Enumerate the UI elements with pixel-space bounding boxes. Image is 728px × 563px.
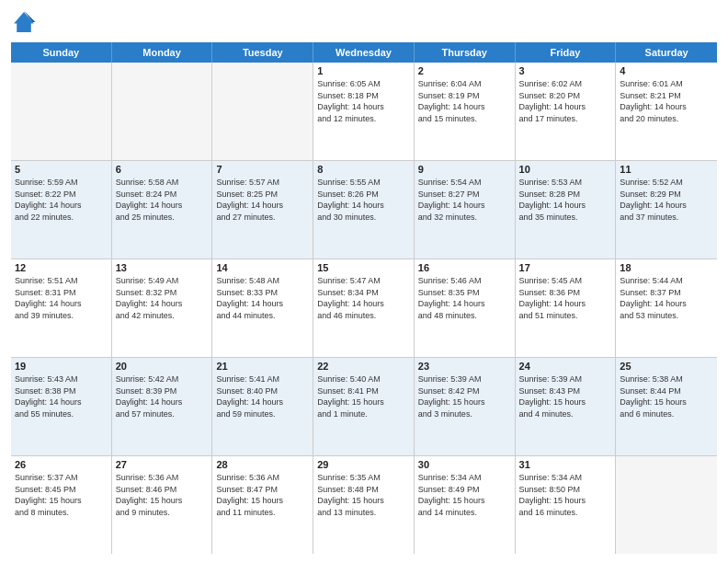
day-number: 20 bbox=[116, 361, 209, 372]
day-detail: Sunrise: 5:58 AMSunset: 8:24 PMDaylight:… bbox=[116, 177, 209, 223]
day-detail: Sunrise: 5:36 AMSunset: 8:46 PMDaylight:… bbox=[116, 472, 209, 518]
day-cell-8: 8Sunrise: 5:55 AMSunset: 8:26 PMDaylight… bbox=[313, 161, 415, 259]
day-number: 31 bbox=[519, 459, 612, 470]
day-detail: Sunrise: 5:40 AMSunset: 8:41 PMDaylight:… bbox=[317, 373, 410, 419]
day-detail: Sunrise: 5:54 AMSunset: 8:27 PMDaylight:… bbox=[418, 177, 511, 223]
day-cell-6: 6Sunrise: 5:58 AMSunset: 8:24 PMDaylight… bbox=[112, 161, 213, 259]
calendar-row-4: 26Sunrise: 5:37 AMSunset: 8:45 PMDayligh… bbox=[11, 456, 717, 554]
calendar: SundayMondayTuesdayWednesdayThursdayFrid… bbox=[11, 42, 717, 554]
calendar-body: 1Sunrise: 6:05 AMSunset: 8:18 PMDaylight… bbox=[11, 63, 717, 554]
day-number: 3 bbox=[519, 65, 612, 76]
day-detail: Sunrise: 5:51 AMSunset: 8:31 PMDaylight:… bbox=[15, 275, 108, 321]
day-cell-9: 9Sunrise: 5:54 AMSunset: 8:27 PMDaylight… bbox=[415, 161, 516, 259]
day-number: 21 bbox=[216, 361, 309, 372]
day-cell-21: 21Sunrise: 5:41 AMSunset: 8:40 PMDayligh… bbox=[212, 358, 313, 455]
header-day-monday: Monday bbox=[112, 42, 213, 63]
day-detail: Sunrise: 5:52 AMSunset: 8:29 PMDaylight:… bbox=[620, 177, 713, 223]
day-number: 11 bbox=[620, 164, 713, 175]
day-number: 4 bbox=[620, 65, 713, 76]
day-cell-27: 27Sunrise: 5:36 AMSunset: 8:46 PMDayligh… bbox=[112, 456, 213, 554]
day-detail: Sunrise: 5:35 AMSunset: 8:48 PMDaylight:… bbox=[317, 472, 410, 518]
day-number: 25 bbox=[620, 361, 713, 372]
day-detail: Sunrise: 5:37 AMSunset: 8:45 PMDaylight:… bbox=[15, 472, 108, 518]
day-number: 12 bbox=[15, 262, 108, 273]
day-detail: Sunrise: 5:38 AMSunset: 8:44 PMDaylight:… bbox=[620, 373, 713, 419]
day-cell-1: 1Sunrise: 6:05 AMSunset: 8:18 PMDaylight… bbox=[313, 63, 415, 160]
day-detail: Sunrise: 5:42 AMSunset: 8:39 PMDaylight:… bbox=[116, 373, 209, 419]
day-detail: Sunrise: 6:04 AMSunset: 8:19 PMDaylight:… bbox=[418, 78, 511, 124]
day-detail: Sunrise: 5:44 AMSunset: 8:37 PMDaylight:… bbox=[620, 275, 713, 321]
day-cell-2: 2Sunrise: 6:04 AMSunset: 8:19 PMDaylight… bbox=[415, 63, 516, 160]
day-cell-14: 14Sunrise: 5:48 AMSunset: 8:33 PMDayligh… bbox=[212, 259, 313, 357]
day-detail: Sunrise: 5:49 AMSunset: 8:32 PMDaylight:… bbox=[116, 275, 209, 321]
day-detail: Sunrise: 5:46 AMSunset: 8:35 PMDaylight:… bbox=[418, 275, 511, 321]
empty-cell-4-6 bbox=[616, 456, 717, 554]
day-detail: Sunrise: 5:45 AMSunset: 8:36 PMDaylight:… bbox=[519, 275, 612, 321]
svg-marker-0 bbox=[14, 12, 34, 32]
day-cell-12: 12Sunrise: 5:51 AMSunset: 8:31 PMDayligh… bbox=[11, 259, 112, 357]
day-number: 24 bbox=[519, 361, 612, 372]
day-cell-26: 26Sunrise: 5:37 AMSunset: 8:45 PMDayligh… bbox=[11, 456, 112, 554]
day-number: 8 bbox=[317, 164, 410, 175]
day-number: 27 bbox=[116, 459, 209, 470]
day-number: 9 bbox=[418, 164, 511, 175]
header-day-sunday: Sunday bbox=[11, 42, 112, 63]
header-day-tuesday: Tuesday bbox=[212, 42, 313, 63]
day-number: 17 bbox=[519, 262, 612, 273]
day-number: 1 bbox=[317, 65, 410, 76]
day-detail: Sunrise: 6:02 AMSunset: 8:20 PMDaylight:… bbox=[519, 78, 612, 124]
day-cell-17: 17Sunrise: 5:45 AMSunset: 8:36 PMDayligh… bbox=[516, 259, 617, 357]
day-cell-22: 22Sunrise: 5:40 AMSunset: 8:41 PMDayligh… bbox=[313, 358, 415, 455]
day-detail: Sunrise: 5:34 AMSunset: 8:49 PMDaylight:… bbox=[418, 472, 511, 518]
day-cell-3: 3Sunrise: 6:02 AMSunset: 8:20 PMDaylight… bbox=[516, 63, 617, 160]
logo bbox=[11, 9, 40, 35]
calendar-row-0: 1Sunrise: 6:05 AMSunset: 8:18 PMDaylight… bbox=[11, 63, 717, 161]
day-detail: Sunrise: 6:01 AMSunset: 8:21 PMDaylight:… bbox=[620, 78, 713, 124]
header-day-thursday: Thursday bbox=[415, 42, 516, 63]
day-cell-31: 31Sunrise: 5:34 AMSunset: 8:50 PMDayligh… bbox=[516, 456, 617, 554]
calendar-header: SundayMondayTuesdayWednesdayThursdayFrid… bbox=[11, 42, 717, 63]
day-number: 29 bbox=[317, 459, 410, 470]
day-number: 5 bbox=[15, 164, 108, 175]
page: SundayMondayTuesdayWednesdayThursdayFrid… bbox=[0, 0, 728, 563]
day-cell-25: 25Sunrise: 5:38 AMSunset: 8:44 PMDayligh… bbox=[616, 358, 717, 455]
calendar-row-1: 5Sunrise: 5:59 AMSunset: 8:22 PMDaylight… bbox=[11, 161, 717, 259]
day-cell-30: 30Sunrise: 5:34 AMSunset: 8:49 PMDayligh… bbox=[415, 456, 516, 554]
day-number: 22 bbox=[317, 361, 410, 372]
day-cell-7: 7Sunrise: 5:57 AMSunset: 8:25 PMDaylight… bbox=[212, 161, 313, 259]
day-detail: Sunrise: 5:47 AMSunset: 8:34 PMDaylight:… bbox=[317, 275, 410, 321]
day-cell-29: 29Sunrise: 5:35 AMSunset: 8:48 PMDayligh… bbox=[313, 456, 415, 554]
day-number: 26 bbox=[15, 459, 108, 470]
empty-cell-0-2 bbox=[212, 63, 313, 160]
day-number: 28 bbox=[216, 459, 309, 470]
day-cell-13: 13Sunrise: 5:49 AMSunset: 8:32 PMDayligh… bbox=[112, 259, 213, 357]
day-detail: Sunrise: 5:43 AMSunset: 8:38 PMDaylight:… bbox=[15, 373, 108, 419]
day-detail: Sunrise: 5:34 AMSunset: 8:50 PMDaylight:… bbox=[519, 472, 612, 518]
day-detail: Sunrise: 5:57 AMSunset: 8:25 PMDaylight:… bbox=[216, 177, 309, 223]
day-detail: Sunrise: 5:41 AMSunset: 8:40 PMDaylight:… bbox=[216, 373, 309, 419]
empty-cell-0-0 bbox=[11, 63, 112, 160]
day-cell-20: 20Sunrise: 5:42 AMSunset: 8:39 PMDayligh… bbox=[112, 358, 213, 455]
day-number: 14 bbox=[216, 262, 309, 273]
day-number: 30 bbox=[418, 459, 511, 470]
header bbox=[11, 9, 717, 35]
day-cell-15: 15Sunrise: 5:47 AMSunset: 8:34 PMDayligh… bbox=[313, 259, 415, 357]
header-day-friday: Friday bbox=[516, 42, 617, 63]
day-number: 2 bbox=[418, 65, 511, 76]
day-number: 16 bbox=[418, 262, 511, 273]
calendar-row-2: 12Sunrise: 5:51 AMSunset: 8:31 PMDayligh… bbox=[11, 259, 717, 358]
day-cell-18: 18Sunrise: 5:44 AMSunset: 8:37 PMDayligh… bbox=[616, 259, 717, 357]
header-day-saturday: Saturday bbox=[616, 42, 717, 63]
logo-icon bbox=[11, 9, 37, 35]
day-detail: Sunrise: 6:05 AMSunset: 8:18 PMDaylight:… bbox=[317, 78, 410, 124]
day-detail: Sunrise: 5:39 AMSunset: 8:43 PMDaylight:… bbox=[519, 373, 612, 419]
day-cell-10: 10Sunrise: 5:53 AMSunset: 8:28 PMDayligh… bbox=[516, 161, 617, 259]
day-detail: Sunrise: 5:55 AMSunset: 8:26 PMDaylight:… bbox=[317, 177, 410, 223]
day-number: 7 bbox=[216, 164, 309, 175]
day-detail: Sunrise: 5:39 AMSunset: 8:42 PMDaylight:… bbox=[418, 373, 511, 419]
day-number: 13 bbox=[116, 262, 209, 273]
day-cell-23: 23Sunrise: 5:39 AMSunset: 8:42 PMDayligh… bbox=[415, 358, 516, 455]
day-cell-19: 19Sunrise: 5:43 AMSunset: 8:38 PMDayligh… bbox=[11, 358, 112, 455]
day-number: 6 bbox=[116, 164, 209, 175]
day-cell-24: 24Sunrise: 5:39 AMSunset: 8:43 PMDayligh… bbox=[516, 358, 617, 455]
